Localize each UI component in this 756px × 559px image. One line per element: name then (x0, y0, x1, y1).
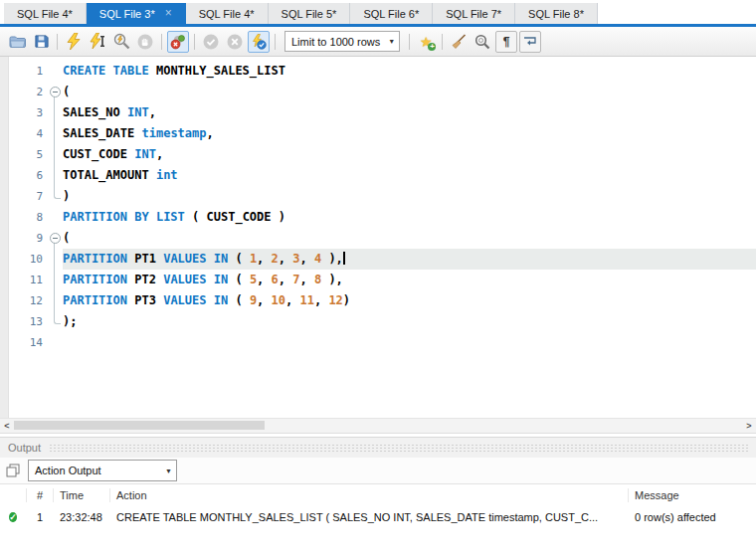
scroll-left-arrow[interactable]: < (0, 421, 14, 431)
stop-hand-icon (137, 34, 153, 50)
tab-sql-file-6[interactable]: SQL File 6* (350, 3, 433, 24)
toolbar-separator (194, 34, 195, 50)
fold-margin (49, 123, 63, 144)
execute-current-lightning-cursor-icon (90, 33, 105, 50)
scrollbar-thumb[interactable] (14, 421, 265, 430)
beautify-broom-icon (451, 33, 468, 50)
fold-collapse-icon[interactable] (49, 228, 63, 249)
fold-collapse-icon[interactable] (49, 82, 63, 102)
stop-button[interactable] (134, 31, 156, 53)
open-folder-icon (9, 34, 26, 49)
row-action: CREATE TABLE MONTHLY_SALES_LIST ( SALES_… (109, 511, 628, 523)
tab-bar: SQL File 4*SQL File 3*×SQL File 4*SQL Fi… (0, 0, 756, 27)
execute-lightning-icon (67, 33, 81, 50)
output-table-body: ✓123:32:48CREATE TABLE MONTHLY_SALES_LIS… (0, 506, 756, 528)
success-check-icon: ✓ (9, 512, 17, 522)
save-icon (34, 34, 49, 49)
plus-badge-icon: + (428, 43, 436, 51)
tab-sql-file-4[interactable]: SQL File 4* (4, 3, 87, 24)
find-button[interactable] (472, 31, 493, 53)
code-text: PARTITION PT3 VALUES IN ( 9, 10, 11, 12) (63, 290, 756, 311)
tab-sql-file-5[interactable]: SQL File 5* (269, 3, 351, 24)
tab-label: SQL File 8* (528, 8, 584, 20)
code-line-10[interactable]: 10PARTITION PT1 VALUES IN ( 1, 2, 3, 4 )… (9, 249, 756, 270)
tab-sql-file-8[interactable]: SQL File 8* (515, 3, 598, 24)
output-panel-header: Output (0, 437, 756, 458)
rollback-button[interactable] (224, 31, 246, 53)
tab-label: SQL File 4* (199, 8, 255, 20)
tab-sql-file-7[interactable]: SQL File 7* (433, 3, 515, 24)
toggle-stop-on-error-button[interactable] (167, 31, 189, 53)
line-number: 13 (9, 311, 49, 332)
fold-margin (49, 165, 63, 186)
code-text: PARTITION PT2 VALUES IN ( 5, 6, 7, 8 ), (63, 270, 756, 290)
save-snippet-button[interactable]: ★+ (415, 31, 437, 53)
toolbar-separator (275, 34, 276, 50)
line-number: 5 (9, 144, 49, 165)
explain-plan-button[interactable] (110, 31, 132, 53)
limit-rows-dropdown[interactable]: Limit to 1000 rows ▼ (284, 31, 400, 52)
commit-button[interactable] (200, 31, 222, 53)
code-line-9[interactable]: 9( (9, 228, 756, 249)
output-table-header: # Time Action Message (0, 483, 756, 506)
line-number: 2 (9, 82, 49, 102)
output-view-dropdown[interactable]: Action Output ▼ (28, 460, 177, 481)
wrap-text-toggle[interactable] (519, 31, 541, 53)
code-text: CREATE TABLE MONTHLY_SALES_LIST (63, 61, 756, 82)
mysql-workbench-window: SQL File 4*SQL File 3*×SQL File 4*SQL Fi… (0, 0, 756, 559)
code-text: ( (63, 228, 756, 249)
code-line-13[interactable]: 13); (9, 311, 756, 332)
save-button[interactable] (30, 31, 52, 53)
code-line-8[interactable]: 8PARTITION BY LIST ( CUST_CODE ) (9, 207, 756, 228)
execute-button[interactable] (63, 31, 85, 53)
code-line-3[interactable]: 3SALES_NO INT, (9, 102, 756, 123)
line-number: 12 (9, 290, 49, 311)
explain-magnifier-lightning-icon (113, 33, 130, 50)
code-line-5[interactable]: 5CUST_CODE INT, (9, 144, 756, 165)
code-area[interactable]: 1CREATE TABLE MONTHLY_SALES_LIST2(3SALES… (9, 57, 756, 418)
tab-sql-file-3[interactable]: SQL File 3*× (87, 3, 186, 24)
tab-sql-file-4[interactable]: SQL File 4* (186, 3, 269, 24)
open-file-button[interactable] (6, 31, 28, 53)
output-table-row[interactable]: ✓123:32:48CREATE TABLE MONTHLY_SALES_LIS… (0, 506, 756, 528)
code-line-12[interactable]: 12PARTITION PT3 VALUES IN ( 9, 10, 11, 1… (9, 290, 756, 311)
tab-close-icon[interactable]: × (165, 8, 172, 19)
code-line-6[interactable]: 6TOTAL_AMOUNT int (9, 165, 756, 186)
line-number: 6 (9, 165, 49, 186)
code-line-1[interactable]: 1CREATE TABLE MONTHLY_SALES_LIST (9, 61, 756, 82)
code-text: TOTAL_AMOUNT int (63, 165, 756, 186)
scroll-right-arrow[interactable]: > (742, 421, 756, 431)
line-number: 11 (9, 270, 49, 290)
sql-editor[interactable]: 1CREATE TABLE MONTHLY_SALES_LIST2(3SALES… (0, 57, 756, 418)
action-column-header: Action (109, 488, 628, 502)
fold-margin (49, 249, 63, 270)
status-column-header (0, 488, 26, 502)
output-panel: Output Action Output ▼ # Time Action Mes… (0, 437, 756, 528)
fold-margin (49, 311, 63, 332)
horizontal-scrollbar[interactable]: < > (0, 418, 756, 434)
beautify-button[interactable] (448, 31, 470, 53)
code-line-7[interactable]: 7) (9, 186, 756, 207)
snippet-star-icon: ★+ (420, 35, 433, 49)
toolbar-separator (57, 34, 58, 50)
code-line-14[interactable]: 14 (9, 332, 756, 353)
output-view-value: Action Output (35, 465, 101, 476)
time-column-header: Time (53, 488, 109, 502)
code-text (63, 332, 756, 353)
toggle-autocommit-button[interactable] (248, 31, 270, 53)
dropdown-caret-icon: ▼ (165, 467, 172, 474)
output-toolbar: Action Output ▼ (0, 458, 756, 483)
code-line-4[interactable]: 4SALES_DATE timestamp, (9, 123, 756, 144)
message-column-header: Message (628, 488, 756, 502)
fold-margin (49, 270, 63, 290)
tab-label: SQL File 5* (282, 8, 337, 20)
rollback-x-icon (227, 34, 243, 50)
code-line-2[interactable]: 2( (9, 82, 756, 102)
execute-current-statement-button[interactable] (87, 31, 108, 53)
code-line-11[interactable]: 11PARTITION PT2 VALUES IN ( 5, 6, 7, 8 )… (9, 270, 756, 290)
show-invisibles-toggle[interactable]: ¶ (495, 31, 517, 53)
code-text: SALES_NO INT, (63, 102, 756, 123)
line-number: 3 (9, 102, 49, 123)
autocommit-icon (251, 34, 267, 50)
find-magnifier-icon (474, 34, 490, 50)
